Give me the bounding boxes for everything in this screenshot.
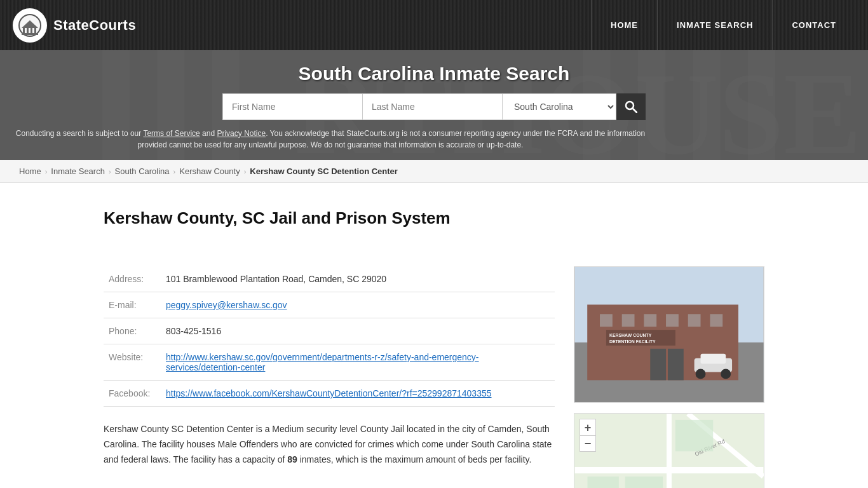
breadcrumb-sep-1: ›	[45, 168, 48, 175]
breadcrumb-sep-3: ›	[173, 168, 176, 175]
breadcrumb-kershaw-county[interactable]: Kershaw County	[179, 166, 240, 176]
search-icon	[625, 100, 637, 113]
search-button[interactable]	[616, 93, 646, 120]
svg-rect-6	[22, 33, 38, 35]
facility-title: Kershaw County, SC Jail and Prison Syste…	[104, 208, 764, 228]
svg-rect-4	[34, 28, 36, 33]
last-name-input[interactable]	[362, 93, 502, 120]
email-row: E-mail: peggy.spivey@kershaw.sc.gov	[104, 292, 555, 318]
breadcrumb-sep-2: ›	[109, 168, 111, 175]
address-value: 101 Bramblewood Plantation Road, Camden,…	[161, 266, 555, 292]
facility-description: Kershaw County SC Detention Center is a …	[104, 422, 555, 467]
address-row: Address: 101 Bramblewood Plantation Road…	[104, 266, 555, 292]
facility-info-left: Address: 101 Bramblewood Plantation Road…	[104, 266, 555, 488]
page-title: South Carolina Inmate Search	[13, 63, 855, 85]
email-link[interactable]: peggy.spivey@kershaw.sc.gov	[166, 300, 287, 310]
svg-text:DETENTION FACILITY: DETENTION FACILITY	[609, 339, 656, 344]
terms-link[interactable]: Terms of Service	[143, 129, 200, 138]
email-label: E-mail:	[104, 292, 161, 318]
svg-rect-22	[622, 314, 635, 327]
svg-rect-27	[650, 349, 666, 381]
svg-rect-41	[675, 420, 713, 451]
svg-rect-42	[587, 477, 618, 488]
svg-rect-2	[27, 28, 29, 33]
main-content: Kershaw County, SC Jail and Prison Syste…	[53, 189, 815, 488]
phone-row: Phone: 803-425-1516	[104, 318, 555, 344]
disclaimer-text: Conducting a search is subject to our Te…	[13, 128, 648, 151]
facebook-row: Facebook: https://www.facebook.com/Kersh…	[104, 381, 555, 407]
map-background: Old River Rd + −	[574, 414, 764, 488]
svg-rect-1	[23, 28, 25, 33]
website-label: Website:	[104, 344, 161, 381]
map-zoom-out[interactable]: −	[580, 435, 596, 452]
privacy-link[interactable]: Privacy Notice	[217, 129, 266, 138]
svg-point-35	[721, 369, 731, 379]
site-header: StateCourts HOME INMATE SEARCH CONTACT	[0, 0, 868, 50]
nav-home[interactable]: HOME	[591, 0, 657, 50]
svg-rect-43	[625, 477, 663, 488]
svg-rect-33	[701, 354, 726, 364]
site-logo-text: StateCourts	[53, 17, 136, 34]
breadcrumb: Home › Inmate Search › South Carolina › …	[0, 160, 868, 183]
map-svg: Old River Rd	[574, 414, 764, 488]
website-value: http://www.kershaw.sc.gov/government/dep…	[161, 344, 555, 381]
facility-image: KERSHAW COUNTY DETENTION FACILITY	[574, 266, 764, 403]
email-value: peggy.spivey@kershaw.sc.gov	[161, 292, 555, 318]
facility-image-svg: KERSHAW COUNTY DETENTION FACILITY	[574, 267, 764, 402]
facebook-link[interactable]: https://www.facebook.com/KershawCountyDe…	[166, 388, 492, 398]
svg-rect-28	[668, 349, 684, 381]
map-controls: + −	[580, 419, 596, 452]
breadcrumb-home[interactable]: Home	[19, 166, 41, 176]
breadcrumb-south-carolina[interactable]: South Carolina	[115, 166, 170, 176]
phone-value: 803-425-1516	[161, 318, 555, 344]
map-zoom-in[interactable]: +	[580, 419, 596, 435]
svg-rect-26	[710, 314, 722, 327]
breadcrumb-sep-4: ›	[244, 168, 247, 175]
state-select[interactable]: Select State Alabama Alaska Arizona Arka…	[502, 93, 616, 120]
address-label: Address:	[104, 266, 161, 292]
search-bar: Select State Alabama Alaska Arizona Arka…	[13, 93, 855, 120]
first-name-input[interactable]	[222, 93, 362, 120]
svg-rect-24	[666, 314, 679, 327]
facebook-label: Facebook:	[104, 381, 161, 407]
svg-point-34	[696, 369, 706, 379]
info-table: Address: 101 Bramblewood Plantation Road…	[104, 266, 555, 407]
svg-rect-21	[600, 314, 613, 327]
phone-label: Phone:	[104, 318, 161, 344]
map-container: Old River Rd + −	[574, 413, 764, 488]
main-nav: HOME INMATE SEARCH CONTACT	[591, 0, 855, 50]
site-logo-icon	[13, 8, 47, 43]
facility-info-right: KERSHAW COUNTY DETENTION FACILITY	[574, 266, 764, 488]
svg-rect-23	[644, 314, 656, 327]
svg-line-17	[633, 109, 637, 112]
website-row: Website: http://www.kershaw.sc.gov/gover…	[104, 344, 555, 381]
hero-section: RTHOUSE South Carolina Inmate Search Sel…	[0, 50, 868, 160]
nav-inmate-search[interactable]: INMATE SEARCH	[657, 0, 772, 50]
capacity-value: 89	[287, 454, 297, 464]
svg-text:KERSHAW COUNTY: KERSHAW COUNTY	[609, 333, 652, 337]
svg-rect-3	[31, 28, 32, 33]
nav-contact[interactable]: CONTACT	[772, 0, 855, 50]
svg-rect-25	[688, 314, 701, 327]
website-link[interactable]: http://www.kershaw.sc.gov/government/dep…	[166, 352, 479, 372]
breadcrumb-current: Kershaw County SC Detention Center	[250, 166, 398, 176]
facebook-value: https://www.facebook.com/KershawCountyDe…	[161, 381, 555, 407]
breadcrumb-inmate-search[interactable]: Inmate Search	[51, 166, 105, 176]
logo-area: StateCourts	[13, 8, 136, 43]
